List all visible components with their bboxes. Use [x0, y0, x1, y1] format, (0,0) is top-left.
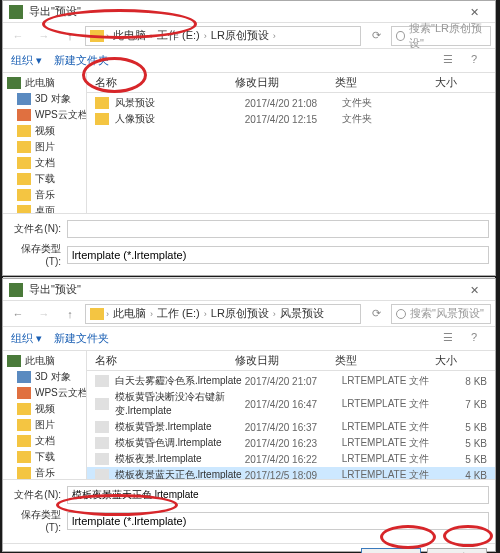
close-icon[interactable]: ✕ — [459, 2, 489, 22]
back-button[interactable]: ← — [7, 25, 29, 47]
cancel-button[interactable]: 取消 — [427, 548, 487, 553]
file-row[interactable]: 模板黄昏色调.lrtemplate2017/4/20 16:23LRTEMPLA… — [87, 435, 495, 451]
view-icon[interactable]: ☰ — [443, 53, 459, 69]
fld-icon — [17, 205, 31, 213]
up-button[interactable]: ↑ — [59, 25, 81, 47]
export-dialog-2: 导出"预设" ✕ ← → ↑ ›此电脑 ›工作 (E:) ›LR原创预设 ›风景… — [2, 278, 496, 552]
sidebar-item[interactable]: 3D 对象 — [3, 91, 86, 107]
back-button[interactable]: ← — [7, 303, 29, 325]
column-headers[interactable]: 名称 修改日期 类型 大小 — [87, 351, 495, 371]
sidebar-item-label: 视频 — [35, 124, 55, 138]
sidebar-item[interactable]: 此电脑 — [3, 353, 86, 369]
file-size: 5 KB — [439, 438, 487, 449]
folder-icon — [90, 30, 104, 42]
sidebar-item[interactable]: 音乐 — [3, 187, 86, 203]
sidebar: 此电脑3D 对象WPS云文档视频图片文档下载音乐桌面Windows8_OS游戏 … — [3, 73, 87, 213]
folder-icon — [95, 113, 109, 125]
sidebar-item[interactable]: WPS云文档 — [3, 107, 86, 123]
view-icon[interactable]: ☰ — [443, 331, 459, 347]
file-type: LRTEMPLATE 文件 — [342, 436, 439, 450]
sidebar-item[interactable]: 3D 对象 — [3, 369, 86, 385]
file-row[interactable]: 模板夜景.lrtemplate2017/4/20 16:22LRTEMPLATE… — [87, 451, 495, 467]
search-input[interactable]: 搜索"LR原创预设" — [391, 26, 491, 46]
file-type: LRTEMPLATE 文件 — [342, 397, 439, 411]
file-row[interactable]: 人像预设2017/4/20 12:15文件夹 — [87, 111, 495, 127]
file-size: 5 KB — [439, 422, 487, 433]
help-icon[interactable]: ? — [471, 53, 487, 69]
toolbar: 组织 ▾ 新建文件夹 ☰ ? — [3, 49, 495, 73]
footer: 文件名(N): 保存类型(T): lrtemplate (*.lrtemplat… — [3, 213, 495, 277]
forward-button[interactable]: → — [33, 25, 55, 47]
folder-icon — [90, 308, 104, 320]
file-date: 2017/4/20 16:23 — [245, 438, 342, 449]
search-input[interactable]: 搜索"风景预设" — [391, 304, 491, 324]
file-name: 白天去雾霾冷色系.lrtemplate — [115, 374, 245, 388]
sidebar-item[interactable]: 图片 — [3, 139, 86, 155]
sidebar-item[interactable]: 图片 — [3, 417, 86, 433]
file-type: LRTEMPLATE 文件 — [342, 468, 439, 479]
organize-button[interactable]: 组织 ▾ — [11, 53, 42, 68]
fld-icon — [17, 125, 31, 137]
search-icon — [396, 31, 405, 41]
sidebar-item[interactable]: 文档 — [3, 155, 86, 171]
sidebar-item[interactable]: 文档 — [3, 433, 86, 449]
fld-icon — [17, 451, 31, 463]
file-row[interactable]: 模板夜景蓝天正色.lrtemplate2017/12/5 18:09LRTEMP… — [87, 467, 495, 479]
close-icon[interactable]: ✕ — [459, 280, 489, 300]
sidebar-item[interactable]: 此电脑 — [3, 75, 86, 91]
sidebar-item-label: 此电脑 — [25, 76, 55, 90]
filename-label: 文件名(N): — [9, 488, 61, 502]
bottombar: ▾隐藏文件夹 保存(S) 取消 — [3, 543, 495, 553]
save-button[interactable]: 保存(S) — [361, 548, 421, 553]
file-type: 文件夹 — [342, 112, 439, 126]
filetype-label: 保存类型(T): — [9, 508, 61, 533]
breadcrumb[interactable]: ›此电脑 ›工作 (E:) ›LR原创预设 › — [85, 26, 361, 46]
window-title: 导出"预设" — [29, 282, 459, 297]
file-type: 文件夹 — [342, 96, 439, 110]
filename-input[interactable] — [67, 220, 489, 238]
file-icon — [95, 469, 109, 479]
file-name: 模板黄昏决断没冷右键新变.lrtemplate — [115, 390, 245, 418]
sidebar-item-label: 音乐 — [35, 466, 55, 479]
file-date: 2017/12/5 18:09 — [245, 470, 342, 480]
filename-input[interactable] — [67, 486, 489, 504]
file-row[interactable]: 风景预设2017/4/20 21:08文件夹 — [87, 95, 495, 111]
sidebar-item[interactable]: 视频 — [3, 123, 86, 139]
sidebar-item[interactable]: 下载 — [3, 171, 86, 187]
sidebar-item[interactable]: 视频 — [3, 401, 86, 417]
sidebar-item[interactable]: 桌面 — [3, 203, 86, 213]
sidebar-item-label: 文档 — [35, 156, 55, 170]
file-size: 4 KB — [439, 470, 487, 480]
organize-button[interactable]: 组织 ▾ — [11, 331, 42, 346]
file-name: 模板黄昏景.lrtemplate — [115, 420, 245, 434]
refresh-button[interactable]: ⟳ — [365, 25, 387, 47]
navbar: ← → ↑ ›此电脑 ›工作 (E:) ›LR原创预设 ›风景预设 ⟳ 搜索"风… — [3, 301, 495, 327]
sidebar-item-label: 3D 对象 — [35, 370, 71, 384]
fld-icon — [17, 157, 31, 169]
filetype-select[interactable]: lrtemplate (*.lrtemplate) — [67, 512, 489, 530]
fld-icon — [17, 403, 31, 415]
fld-icon — [17, 141, 31, 153]
sidebar-item[interactable]: WPS云文档 — [3, 385, 86, 401]
window-title: 导出"预设" — [29, 4, 459, 19]
filetype-select[interactable]: lrtemplate (*.lrtemplate) — [67, 246, 489, 264]
file-row[interactable]: 模板黄昏景.lrtemplate2017/4/20 16:37LRTEMPLAT… — [87, 419, 495, 435]
file-date: 2017/4/20 16:47 — [245, 399, 342, 410]
breadcrumb[interactable]: ›此电脑 ›工作 (E:) ›LR原创预设 ›风景预设 — [85, 304, 361, 324]
sidebar-item[interactable]: 音乐 — [3, 465, 86, 479]
file-row[interactable]: 白天去雾霾冷色系.lrtemplate2017/4/20 21:07LRTEMP… — [87, 373, 495, 389]
forward-button[interactable]: → — [33, 303, 55, 325]
column-headers[interactable]: 名称 修改日期 类型 大小 — [87, 73, 495, 93]
refresh-button[interactable]: ⟳ — [365, 303, 387, 325]
file-size: 7 KB — [439, 399, 487, 410]
new-folder-button[interactable]: 新建文件夹 — [54, 53, 109, 68]
up-button[interactable]: ↑ — [59, 303, 81, 325]
export-dialog-1: 导出"预设" ✕ ← → ↑ ›此电脑 ›工作 (E:) ›LR原创预设 › ⟳… — [2, 0, 496, 276]
footer: 文件名(N): 保存类型(T): lrtemplate (*.lrtemplat… — [3, 479, 495, 543]
new-folder-button[interactable]: 新建文件夹 — [54, 331, 109, 346]
help-icon[interactable]: ? — [471, 331, 487, 347]
sidebar-item-label: 图片 — [35, 140, 55, 154]
body: 此电脑3D 对象WPS云文档视频图片文档下载音乐桌面Windows8_OS游戏 … — [3, 351, 495, 479]
file-row[interactable]: 模板黄昏决断没冷右键新变.lrtemplate2017/4/20 16:47LR… — [87, 389, 495, 419]
sidebar-item[interactable]: 下载 — [3, 449, 86, 465]
